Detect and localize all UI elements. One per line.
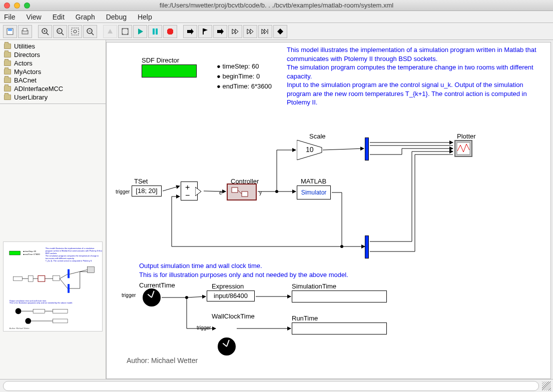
svg-text:=: = — [58, 30, 60, 33]
wallclock-block[interactable] — [218, 338, 236, 356]
simulationtime-block[interactable] — [292, 290, 387, 302]
model-canvas[interactable]: SDF Director ● timeStep: 60 ● beginTime:… — [106, 42, 551, 379]
expression-block[interactable]: input/86400 — [207, 290, 255, 302]
fullscreen-button[interactable] — [118, 25, 132, 38]
mux-top[interactable] — [365, 138, 369, 160]
svg-marker-27 — [235, 29, 238, 34]
controller-block[interactable] — [227, 184, 257, 200]
adder-block[interactable]: + − — [181, 182, 198, 200]
menu-graph[interactable]: Graph — [76, 13, 95, 21]
currenttime-block[interactable] — [143, 288, 161, 306]
mux-bottom[interactable] — [365, 236, 369, 258]
svg-rect-47 — [68, 270, 70, 278]
scale-block[interactable]: 10 — [297, 140, 332, 162]
up-button[interactable] — [103, 25, 117, 38]
svg-rect-19 — [153, 28, 155, 34]
svg-rect-34 — [10, 251, 21, 255]
svg-text:■ endTime: 6*3600: ■ endTime: 6*3600 — [23, 253, 40, 256]
svg-rect-43 — [14, 276, 23, 280]
toolbar: = — [0, 23, 553, 40]
tree-item-utilities[interactable]: Utilities — [0, 42, 106, 50]
svg-rect-23 — [203, 28, 204, 34]
menu-view[interactable]: View — [27, 13, 42, 21]
expression-label: Expression — [212, 282, 244, 290]
svg-marker-61 — [195, 187, 201, 196]
author-text: Author: Michael Wetter — [127, 356, 198, 364]
menu-file[interactable]: File — [4, 13, 16, 21]
tset-trigger-label: trigger — [116, 189, 130, 194]
menu-debug[interactable]: Debug — [106, 13, 127, 21]
zoom-in-button[interactable] — [38, 25, 52, 38]
wallclock-label: WallClockTime — [212, 312, 255, 320]
tree-item-myactors[interactable]: MyActors — [0, 68, 106, 76]
svg-point-66 — [275, 190, 278, 193]
navigator-preview[interactable]: ■ timeStep: 60 ■ endTime: 6*3600 This mo… — [0, 238, 106, 379]
plotter-block[interactable] — [454, 140, 472, 157]
param-endtime: ● endTime: 6*3600 — [217, 82, 272, 90]
matlab-label: MATLAB — [301, 178, 326, 185]
titlebar: file:/Users/mwetter/proj/bcvtb/code/b. .… — [0, 0, 553, 11]
svg-marker-33 — [277, 28, 283, 34]
svg-point-52 — [16, 308, 22, 314]
fastfwd2-icon[interactable] — [243, 25, 257, 38]
save-button[interactable] — [3, 25, 17, 38]
svg-line-64 — [238, 190, 242, 194]
tree-item-adinterfacemcc[interactable]: ADInterfaceMCC — [0, 84, 106, 93]
svg-point-12 — [74, 30, 77, 33]
svg-marker-30 — [262, 29, 264, 34]
scale-label: Scale — [309, 132, 326, 140]
svg-point-67 — [340, 245, 343, 248]
svg-marker-22 — [187, 28, 194, 34]
stop-button[interactable] — [163, 25, 177, 38]
controller-e-label: e — [219, 190, 222, 196]
tree-item-userlibrary[interactable]: UserLibrary — [0, 93, 106, 102]
sdf-director-block[interactable] — [142, 64, 197, 78]
note2-text: Output simulation time and wall clock ti… — [139, 262, 414, 279]
svg-text:T_{k+1}. The control action is: T_{k+1}. The control action is computed … — [46, 260, 92, 262]
pause-button[interactable] — [148, 25, 162, 38]
zoom-out-button[interactable] — [83, 25, 97, 38]
fastfwd1-icon[interactable] — [228, 25, 242, 38]
fastfwd3-icon[interactable] — [258, 25, 272, 38]
print-button[interactable] — [18, 25, 32, 38]
currenttime-trigger: trigger — [122, 292, 136, 298]
param-timestep: ● timeStep: 60 — [217, 62, 259, 70]
param-begintime: ● beginTime: 0 — [217, 72, 260, 80]
arrow1-icon[interactable] — [183, 25, 197, 38]
tree-item-bacnet[interactable]: BACnet — [0, 76, 106, 84]
svg-text:Author: Michael Wetter: Author: Michael Wetter — [10, 327, 30, 330]
svg-rect-45 — [38, 276, 45, 282]
arrow2-icon[interactable] — [213, 25, 227, 38]
flag-icon[interactable] — [198, 25, 212, 38]
matlab-block[interactable]: Simulator — [297, 186, 331, 200]
tree-item-directors[interactable]: Directors — [0, 50, 106, 59]
svg-rect-53 — [33, 309, 45, 313]
zoom-fit-button[interactable] — [68, 25, 82, 38]
svg-text:■ timeStep: 60: ■ timeStep: 60 — [23, 250, 36, 252]
folder-icon — [4, 44, 11, 49]
menu-edit[interactable]: Edit — [53, 13, 65, 21]
runtime-block[interactable] — [292, 322, 387, 334]
tset-block[interactable]: [18; 20] — [132, 186, 162, 196]
svg-marker-26 — [232, 29, 235, 34]
controller-y-label: y — [259, 190, 262, 196]
svg-marker-28 — [247, 29, 250, 34]
svg-marker-18 — [138, 28, 143, 34]
description-text: This model illustrates the implementatio… — [287, 46, 542, 107]
zoom-reset-button[interactable]: = — [53, 25, 67, 38]
tree-item-actors[interactable]: Actors — [0, 59, 106, 68]
svg-marker-25 — [217, 28, 224, 34]
svg-marker-21 — [167, 28, 173, 34]
svg-marker-29 — [250, 29, 253, 34]
svg-rect-48 — [68, 284, 70, 293]
menu-help[interactable]: Help — [138, 13, 152, 21]
run-button[interactable] — [133, 25, 147, 38]
svg-rect-44 — [28, 276, 33, 282]
svg-marker-24 — [204, 28, 208, 32]
tset-label: TSet — [134, 178, 148, 185]
svg-text:This is for illustration purpo: This is for illustration purposes only a… — [10, 302, 73, 304]
svg-rect-1 — [8, 28, 12, 31]
diamond-icon[interactable] — [273, 25, 287, 38]
resize-grip-icon[interactable] — [542, 382, 551, 390]
svg-rect-63 — [242, 192, 248, 196]
